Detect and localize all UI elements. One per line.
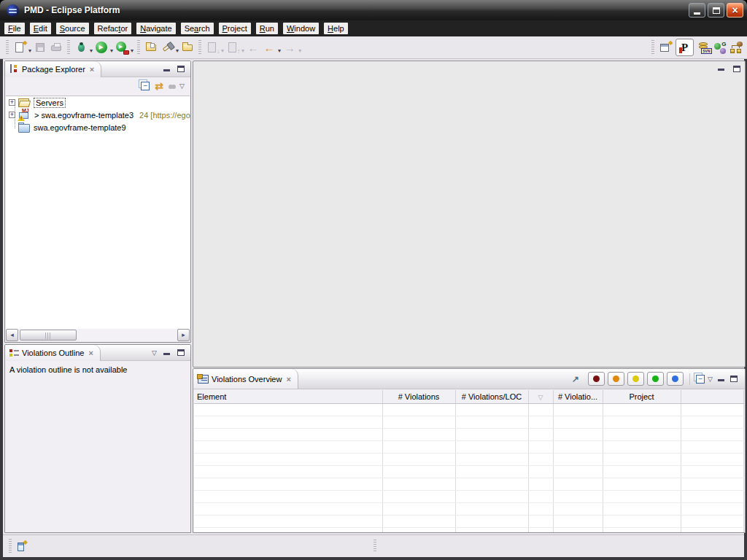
menu-search[interactable]: Search bbox=[181, 23, 214, 34]
statusbar-drag-handle[interactable] bbox=[9, 539, 12, 553]
priority-2-filter-button[interactable] bbox=[608, 372, 624, 386]
column-violations-loc[interactable]: # Violations/LOC bbox=[455, 390, 528, 403]
toolbar-drag-handle[interactable] bbox=[651, 40, 654, 55]
toolbar-drag-handle[interactable] bbox=[67, 40, 70, 55]
view-minimize-button[interactable] bbox=[716, 374, 726, 384]
statusbar-center-handle[interactable] bbox=[374, 540, 376, 553]
column-element[interactable]: Element bbox=[194, 390, 382, 403]
editor-maximize-button[interactable] bbox=[732, 63, 742, 74]
tab-violations-outline[interactable]: Violations Outline × bbox=[5, 345, 101, 361]
search-dropdown[interactable]: ▾ bbox=[176, 47, 179, 54]
eclipse-logo-icon bbox=[7, 4, 19, 17]
expand-icon[interactable]: + bbox=[9, 112, 15, 118]
scrollbar-thumb[interactable] bbox=[20, 330, 77, 341]
close-tab-icon[interactable]: × bbox=[90, 65, 94, 74]
view-menu-button[interactable]: ▽ bbox=[708, 376, 713, 383]
open-resource-button[interactable] bbox=[180, 39, 195, 56]
toolbar-drag-handle[interactable] bbox=[137, 40, 140, 55]
menu-window[interactable]: Window bbox=[283, 23, 319, 34]
scroll-right-button[interactable]: ▸ bbox=[177, 329, 190, 341]
previous-annotation-button[interactable]: ↑ bbox=[225, 39, 240, 56]
priority-4-filter-button[interactable] bbox=[647, 372, 664, 386]
scroll-left-button[interactable]: ◂ bbox=[6, 329, 18, 341]
menu-help[interactable]: Help bbox=[324, 23, 348, 34]
save-button[interactable] bbox=[33, 39, 47, 56]
toolbar-drag-handle[interactable] bbox=[6, 40, 9, 55]
column-empty[interactable] bbox=[681, 390, 744, 403]
run-button[interactable]: ▶ bbox=[94, 39, 109, 56]
tree-item-template3[interactable]: + MJ > swa.egovframe-template3 24 [https… bbox=[6, 109, 190, 121]
column-project[interactable]: Project bbox=[603, 390, 681, 403]
forward-dropdown[interactable]: ▾ bbox=[298, 47, 301, 54]
view-minimize-button[interactable] bbox=[161, 348, 171, 358]
tree-item-servers[interactable]: + Servers bbox=[6, 96, 190, 109]
fast-view-button[interactable]: ◆ bbox=[18, 541, 26, 551]
table-row bbox=[194, 502, 744, 515]
view-maximize-button[interactable] bbox=[729, 374, 739, 384]
grid-cell bbox=[194, 490, 382, 502]
maximize-button[interactable] bbox=[708, 3, 724, 18]
collapse-all-button[interactable]: − bbox=[141, 82, 150, 90]
external-tools-button[interactable]: ▶ bbox=[115, 39, 129, 56]
external-tools-dropdown[interactable]: ▾ bbox=[131, 47, 133, 54]
tree-item-template9[interactable]: swa.egovframe-template9 bbox=[6, 121, 190, 133]
debug-dropdown[interactable]: ▾ bbox=[90, 47, 93, 54]
print-button[interactable] bbox=[49, 39, 63, 56]
view-menu-button[interactable]: ▽ bbox=[179, 82, 185, 90]
view-menu-button[interactable]: ▽ bbox=[152, 349, 157, 357]
egovframe-perspective-button[interactable]: G bbox=[713, 39, 727, 56]
back-dropdown[interactable]: ▾ bbox=[278, 47, 281, 54]
editor-minimize-button[interactable] bbox=[716, 63, 726, 74]
close-tab-icon[interactable]: × bbox=[286, 375, 290, 384]
run-icon: ▶ bbox=[96, 42, 108, 54]
close-button[interactable]: × bbox=[727, 3, 743, 18]
priority-5-filter-button[interactable] bbox=[667, 372, 684, 386]
priority-1-filter-button[interactable] bbox=[588, 372, 605, 386]
menu-navigate[interactable]: Navigate bbox=[136, 23, 175, 34]
grid-cell bbox=[194, 527, 382, 533]
menu-edit[interactable]: Edit bbox=[30, 23, 51, 34]
column-sort[interactable]: ▽ bbox=[528, 390, 553, 403]
horizontal-scrollbar[interactable]: ◂ ▸ bbox=[6, 329, 190, 341]
next-annotation-dropdown[interactable]: ▾ bbox=[221, 47, 224, 54]
column-violations-method[interactable]: # Violatio... bbox=[553, 390, 603, 403]
collapse-all-button[interactable]: − bbox=[696, 375, 705, 384]
expand-icon[interactable]: ↗ bbox=[572, 374, 579, 384]
close-tab-icon[interactable]: × bbox=[88, 349, 93, 357]
priority-3-filter-button[interactable] bbox=[627, 372, 644, 386]
grid-cell bbox=[194, 428, 382, 440]
closed-folder-icon bbox=[18, 122, 31, 132]
menu-file[interactable]: File bbox=[4, 23, 25, 34]
column-violations[interactable]: # Violations bbox=[382, 390, 455, 403]
svn-perspective-button[interactable]: SVN bbox=[697, 39, 711, 56]
menu-refactor[interactable]: Refactor bbox=[94, 23, 132, 34]
menu-project[interactable]: Project bbox=[219, 23, 251, 34]
open-task-button[interactable] bbox=[144, 39, 158, 56]
view-maximize-button[interactable] bbox=[176, 64, 186, 74]
minimize-button[interactable] bbox=[689, 3, 705, 18]
forward-button[interactable]: → bbox=[282, 39, 297, 56]
tab-package-explorer[interactable]: Package Explorer × bbox=[5, 61, 101, 77]
grid-cell bbox=[194, 416, 382, 428]
team-sync-perspective-button[interactable] bbox=[729, 39, 743, 56]
view-minimize-button[interactable] bbox=[161, 64, 171, 74]
previous-annotation-dropdown[interactable]: ▾ bbox=[241, 47, 244, 54]
last-edit-location-button[interactable]: ← bbox=[246, 39, 260, 56]
search-button[interactable] bbox=[160, 39, 174, 56]
toolbar-drag-handle[interactable] bbox=[198, 40, 201, 55]
new-wizard-dropdown[interactable]: ▾ bbox=[28, 47, 31, 54]
open-perspective-button[interactable]: ◆ bbox=[658, 39, 673, 56]
tab-violations-overview[interactable]: Violations Overview × bbox=[193, 369, 298, 389]
menu-run[interactable]: Run bbox=[256, 23, 278, 34]
expand-icon[interactable]: + bbox=[9, 99, 15, 106]
new-wizard-button[interactable]: ◆ bbox=[12, 39, 27, 56]
link-with-editor-button[interactable]: ⇄ bbox=[155, 80, 163, 92]
menu-source[interactable]: Source bbox=[56, 23, 89, 34]
pmd-perspective-button[interactable]: P bbox=[676, 39, 694, 56]
next-annotation-button[interactable]: ↓ bbox=[205, 39, 220, 56]
back-button[interactable]: ← bbox=[262, 39, 276, 56]
view-maximize-button[interactable] bbox=[176, 348, 186, 358]
run-dropdown[interactable]: ▾ bbox=[110, 47, 113, 54]
title-bar: PMD - Eclipse Platform × bbox=[0, 0, 747, 20]
debug-button[interactable] bbox=[74, 39, 88, 56]
